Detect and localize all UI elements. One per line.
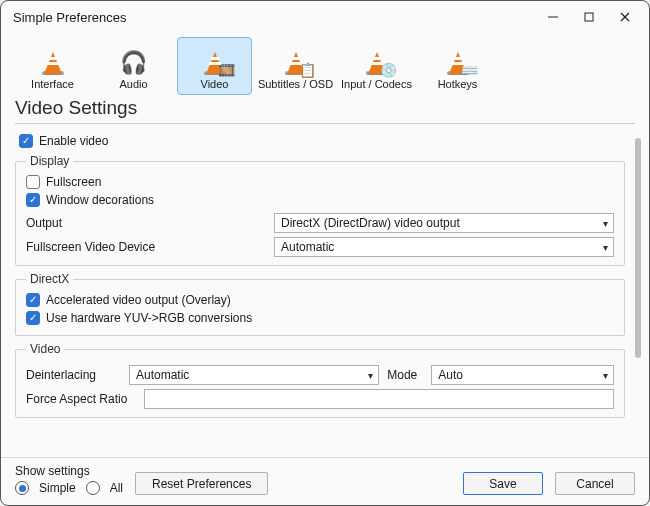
enable-video-checkbox[interactable] xyxy=(19,134,33,148)
film-icon: 🎞️ xyxy=(218,63,235,77)
minimize-icon xyxy=(547,11,559,23)
output-combo[interactable]: DirectX (DirectDraw) video output xyxy=(274,213,614,233)
settings-content: Enable video Display Fullscreen Window d… xyxy=(1,128,649,457)
fullscreen-row[interactable]: Fullscreen xyxy=(26,173,614,191)
accel-label: Accelerated video output (Overlay) xyxy=(46,293,231,307)
directx-group: DirectX Accelerated video output (Overla… xyxy=(15,272,625,336)
keyboard-icon: ⌨️ xyxy=(461,63,478,77)
close-button[interactable] xyxy=(607,3,643,31)
divider xyxy=(15,123,635,124)
deinterlacing-combo[interactable]: Automatic xyxy=(129,365,379,385)
cone-icon xyxy=(38,47,68,77)
category-bar: Interface 🎧 Audio 🎞️ Video 📋 Subtitles /… xyxy=(1,33,649,95)
radio-all[interactable] xyxy=(86,481,100,495)
mode-combo[interactable]: Auto xyxy=(431,365,614,385)
window-decorations-label: Window decorations xyxy=(46,193,154,207)
footer: Show settings Simple All Reset Preferenc… xyxy=(1,457,649,505)
maximize-button[interactable] xyxy=(571,3,607,31)
category-label: Video xyxy=(201,78,229,90)
preferences-window: Simple Preferences Interface 🎧 Audio 🎞️ … xyxy=(0,0,650,506)
yuv-label: Use hardware YUV->RGB conversions xyxy=(46,311,252,325)
headphones-icon: 🎧 xyxy=(120,49,148,77)
enable-video-label: Enable video xyxy=(39,134,108,148)
yuv-checkbox[interactable] xyxy=(26,311,40,325)
category-codecs[interactable]: 💿 Input / Codecs xyxy=(339,37,414,95)
close-icon xyxy=(619,11,631,23)
display-group: Display Fullscreen Window decorations Ou… xyxy=(15,154,625,266)
titlebar: Simple Preferences xyxy=(1,1,649,33)
show-settings-group: Show settings Simple All xyxy=(15,464,123,495)
cancel-button[interactable]: Cancel xyxy=(555,472,635,495)
yuv-row[interactable]: Use hardware YUV->RGB conversions xyxy=(26,309,614,327)
category-label: Interface xyxy=(31,78,74,90)
radio-all-label: All xyxy=(110,481,123,495)
window-title: Simple Preferences xyxy=(13,10,126,25)
window-decorations-row[interactable]: Window decorations xyxy=(26,191,614,209)
reset-preferences-button[interactable]: Reset Preferences xyxy=(135,472,268,495)
fullscreen-label: Fullscreen xyxy=(46,175,101,189)
minimize-button[interactable] xyxy=(535,3,571,31)
category-interface[interactable]: Interface xyxy=(15,37,90,95)
category-hotkeys[interactable]: ⌨️ Hotkeys xyxy=(420,37,495,95)
accel-checkbox[interactable] xyxy=(26,293,40,307)
page-heading: Video Settings xyxy=(1,95,649,121)
mode-label: Mode xyxy=(387,368,423,382)
disc-icon: 💿 xyxy=(380,63,397,77)
category-audio[interactable]: 🎧 Audio xyxy=(96,37,171,95)
deinterlacing-label: Deinterlacing xyxy=(26,368,121,382)
radio-simple[interactable] xyxy=(15,481,29,495)
maximize-icon xyxy=(583,11,595,23)
category-label: Hotkeys xyxy=(438,78,478,90)
category-label: Audio xyxy=(119,78,147,90)
subtitle-icon: 📋 xyxy=(299,63,316,77)
fullscreen-device-label: Fullscreen Video Device xyxy=(26,240,266,254)
accel-row[interactable]: Accelerated video output (Overlay) xyxy=(26,291,614,309)
fullscreen-device-combo[interactable]: Automatic xyxy=(274,237,614,257)
video-legend: Video xyxy=(26,342,64,356)
fullscreen-checkbox[interactable] xyxy=(26,175,40,189)
svg-rect-1 xyxy=(585,13,593,21)
directx-legend: DirectX xyxy=(26,272,73,286)
output-label: Output xyxy=(26,216,266,230)
category-subtitles[interactable]: 📋 Subtitles / OSD xyxy=(258,37,333,95)
force-aspect-input[interactable] xyxy=(144,389,614,409)
video-group: Video Deinterlacing Automatic Mode Auto … xyxy=(15,342,625,418)
save-button[interactable]: Save xyxy=(463,472,543,495)
window-decorations-checkbox[interactable] xyxy=(26,193,40,207)
display-legend: Display xyxy=(26,154,73,168)
radio-simple-label: Simple xyxy=(39,481,76,495)
scrollbar[interactable] xyxy=(635,138,641,358)
force-aspect-label: Force Aspect Ratio xyxy=(26,392,136,406)
enable-video-row[interactable]: Enable video xyxy=(19,132,625,150)
category-label: Subtitles / OSD xyxy=(258,78,333,90)
category-video[interactable]: 🎞️ Video xyxy=(177,37,252,95)
category-label: Input / Codecs xyxy=(341,78,412,90)
show-settings-label: Show settings xyxy=(15,464,123,478)
